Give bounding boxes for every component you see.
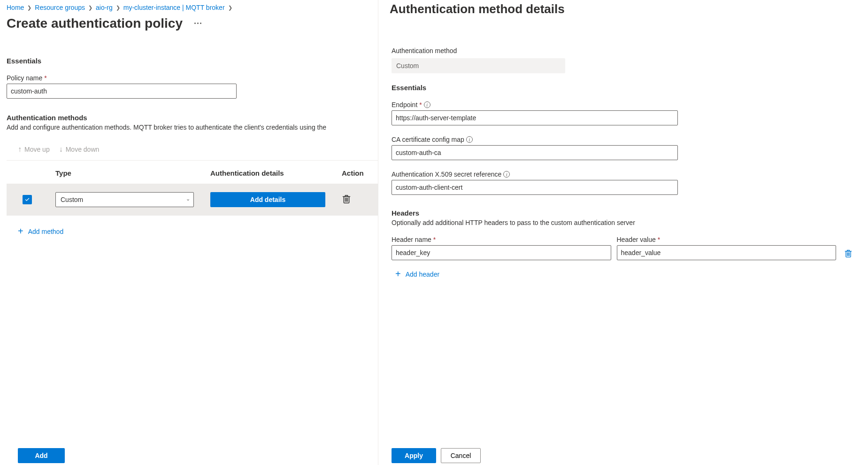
move-controls: ↑ Move up ↓ Move down — [7, 141, 378, 161]
methods-table: Type Authentication details Action Custo… — [7, 161, 378, 216]
add-button[interactable]: Add — [18, 448, 65, 463]
chevron-icon: ❯ — [88, 5, 92, 11]
delete-icon[interactable] — [342, 194, 351, 204]
breadcrumb-rg[interactable]: aio-rg — [96, 4, 113, 11]
page-title: Create authentication policy — [7, 16, 183, 31]
auth-methods-heading: Authentication methods — [7, 114, 378, 122]
info-icon[interactable]: i — [466, 136, 473, 143]
panel-essentials-heading: Essentials — [392, 84, 855, 92]
apply-button[interactable]: Apply — [392, 448, 436, 463]
main-pane: Home ❯ Resource groups ❯ aio-rg ❯ my-clu… — [0, 0, 378, 465]
add-details-button[interactable]: Add details — [210, 192, 325, 207]
type-select[interactable]: Custom ⌄ — [55, 192, 194, 207]
auth-method-label: Authentication method — [392, 47, 855, 54]
essentials-heading: Essentials — [7, 57, 378, 65]
info-icon[interactable]: i — [503, 171, 510, 178]
breadcrumb-resource-groups[interactable]: Resource groups — [35, 4, 85, 11]
th-type: Type — [55, 169, 210, 177]
header-value-input[interactable] — [617, 245, 837, 260]
th-details: Authentication details — [210, 169, 342, 177]
add-header-button[interactable]: + Add header — [395, 269, 855, 279]
cancel-button[interactable]: Cancel — [441, 448, 481, 463]
info-icon[interactable]: i — [424, 101, 430, 108]
plus-icon: + — [18, 226, 23, 237]
row-checkbox[interactable] — [23, 195, 32, 204]
breadcrumb: Home ❯ Resource groups ❯ aio-rg ❯ my-clu… — [7, 4, 378, 11]
breadcrumb-home[interactable]: Home — [7, 4, 24, 11]
breadcrumb-instance[interactable]: my-cluster-instance | MQTT broker — [123, 4, 225, 11]
page-title-row: Create authentication policy ··· — [7, 16, 378, 31]
th-action: Action — [342, 169, 378, 177]
policy-name-input[interactable] — [7, 84, 237, 99]
add-method-button[interactable]: + Add method — [18, 226, 378, 237]
policy-name-label: Policy name* — [7, 74, 378, 82]
header-value-label: Header value* — [617, 236, 837, 243]
auth-methods-description: Add and configure authentication methods… — [7, 124, 378, 131]
ca-input[interactable] — [392, 145, 678, 160]
header-name-input[interactable] — [392, 245, 611, 260]
move-down-button[interactable]: ↓ Move down — [59, 145, 100, 154]
arrow-up-icon: ↑ — [18, 145, 22, 154]
x509-label: Authentication X.509 secret reference i — [392, 170, 855, 178]
header-row: Header name* Header value* — [392, 236, 855, 260]
x509-input[interactable] — [392, 180, 678, 195]
headers-heading: Headers — [392, 209, 855, 217]
panel-title: Authentication method details — [390, 2, 855, 16]
chevron-icon: ❯ — [228, 5, 232, 11]
ca-label: CA certificate config map i — [392, 136, 855, 143]
chevron-icon: ❯ — [116, 5, 120, 11]
details-panel: Authentication method details Authentica… — [378, 0, 868, 465]
check-icon — [24, 196, 31, 203]
chevron-icon: ❯ — [27, 5, 31, 11]
endpoint-input[interactable] — [392, 110, 678, 125]
table-row: Custom ⌄ Add details — [7, 184, 378, 216]
move-up-button[interactable]: ↑ Move up — [18, 145, 50, 154]
auth-method-value — [392, 58, 565, 73]
endpoint-label: Endpoint* i — [392, 101, 855, 108]
headers-description: Optionally add additional HTTP headers t… — [392, 219, 855, 226]
arrow-down-icon: ↓ — [59, 145, 63, 154]
table-header: Type Authentication details Action — [7, 161, 378, 184]
delete-icon[interactable] — [844, 249, 853, 258]
header-name-label: Header name* — [392, 236, 611, 243]
plus-icon: + — [395, 269, 401, 279]
more-actions-button[interactable]: ··· — [191, 18, 205, 30]
